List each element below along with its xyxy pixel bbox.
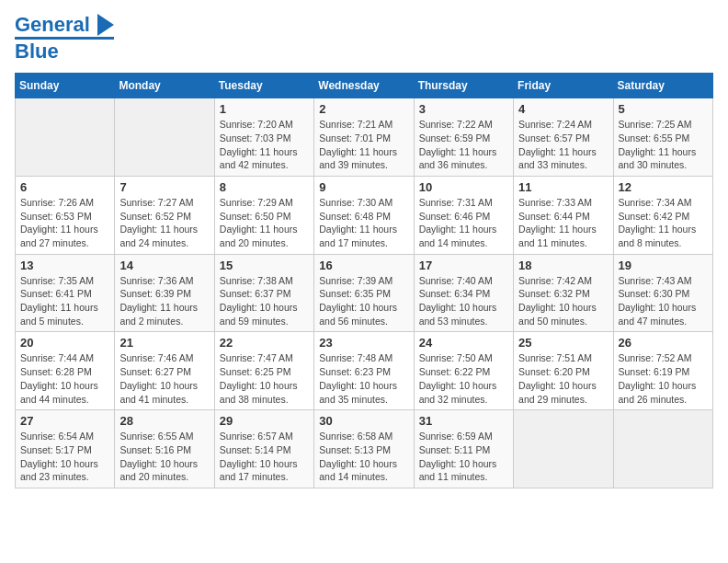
day-detail: Sunrise: 7:50 AM Sunset: 6:22 PM Dayligh… bbox=[419, 351, 508, 406]
day-detail: Sunrise: 7:47 AM Sunset: 6:25 PM Dayligh… bbox=[220, 351, 309, 406]
calendar-cell bbox=[16, 98, 115, 177]
day-detail: Sunrise: 7:29 AM Sunset: 6:50 PM Dayligh… bbox=[220, 196, 309, 250]
day-number: 8 bbox=[220, 180, 309, 194]
calendar-cell: 15Sunrise: 7:38 AM Sunset: 6:37 PM Dayli… bbox=[214, 254, 313, 332]
day-number: 24 bbox=[419, 336, 508, 350]
logo-blue: Blue bbox=[15, 40, 59, 63]
calendar-cell: 29Sunrise: 6:57 AM Sunset: 5:14 PM Dayli… bbox=[214, 410, 313, 488]
day-header-friday: Friday bbox=[514, 74, 613, 98]
calendar-cell: 4Sunrise: 7:24 AM Sunset: 6:57 PM Daylig… bbox=[514, 98, 613, 177]
day-number: 9 bbox=[319, 180, 408, 194]
day-number: 20 bbox=[20, 336, 109, 350]
day-number: 21 bbox=[119, 336, 209, 350]
day-header-thursday: Thursday bbox=[414, 74, 513, 98]
day-number: 7 bbox=[119, 180, 209, 194]
day-number: 22 bbox=[220, 336, 309, 350]
day-number: 11 bbox=[518, 180, 608, 194]
calendar-cell: 20Sunrise: 7:44 AM Sunset: 6:28 PM Dayli… bbox=[16, 332, 115, 410]
day-detail: Sunrise: 6:54 AM Sunset: 5:17 PM Dayligh… bbox=[20, 430, 109, 484]
logo: General Blue bbox=[15, 15, 114, 63]
day-number: 17 bbox=[419, 259, 508, 272]
calendar-cell: 13Sunrise: 7:35 AM Sunset: 6:41 PM Dayli… bbox=[16, 254, 115, 332]
day-header-sunday: Sunday bbox=[16, 74, 115, 98]
calendar-week-row: 6Sunrise: 7:26 AM Sunset: 6:53 PM Daylig… bbox=[16, 176, 713, 254]
calendar-cell: 26Sunrise: 7:52 AM Sunset: 6:19 PM Dayli… bbox=[613, 332, 712, 410]
calendar-week-row: 13Sunrise: 7:35 AM Sunset: 6:41 PM Dayli… bbox=[16, 254, 713, 332]
calendar-cell: 31Sunrise: 6:59 AM Sunset: 5:11 PM Dayli… bbox=[414, 410, 513, 488]
calendar-cell: 7Sunrise: 7:27 AM Sunset: 6:52 PM Daylig… bbox=[115, 176, 214, 254]
day-detail: Sunrise: 7:48 AM Sunset: 6:23 PM Dayligh… bbox=[319, 351, 408, 406]
calendar-cell: 22Sunrise: 7:47 AM Sunset: 6:25 PM Dayli… bbox=[214, 332, 313, 410]
day-detail: Sunrise: 7:52 AM Sunset: 6:19 PM Dayligh… bbox=[619, 351, 708, 406]
calendar-cell: 5Sunrise: 7:25 AM Sunset: 6:55 PM Daylig… bbox=[613, 98, 712, 177]
day-detail: Sunrise: 7:38 AM Sunset: 6:37 PM Dayligh… bbox=[220, 274, 309, 328]
day-detail: Sunrise: 6:59 AM Sunset: 5:11 PM Dayligh… bbox=[419, 430, 508, 484]
day-number: 15 bbox=[220, 259, 309, 272]
day-detail: Sunrise: 7:30 AM Sunset: 6:48 PM Dayligh… bbox=[319, 196, 408, 250]
day-detail: Sunrise: 7:33 AM Sunset: 6:44 PM Dayligh… bbox=[518, 196, 608, 250]
calendar-cell: 10Sunrise: 7:31 AM Sunset: 6:46 PM Dayli… bbox=[414, 176, 513, 254]
calendar-table: SundayMondayTuesdayWednesdayThursdayFrid… bbox=[15, 73, 713, 488]
day-header-monday: Monday bbox=[115, 74, 214, 98]
day-number: 4 bbox=[518, 102, 608, 116]
calendar-cell: 8Sunrise: 7:29 AM Sunset: 6:50 PM Daylig… bbox=[214, 176, 313, 254]
calendar-cell: 2Sunrise: 7:21 AM Sunset: 7:01 PM Daylig… bbox=[314, 98, 414, 177]
calendar-cell: 23Sunrise: 7:48 AM Sunset: 6:23 PM Dayli… bbox=[314, 332, 414, 410]
day-detail: Sunrise: 7:42 AM Sunset: 6:32 PM Dayligh… bbox=[518, 274, 608, 328]
calendar-cell: 11Sunrise: 7:33 AM Sunset: 6:44 PM Dayli… bbox=[514, 176, 613, 254]
day-number: 18 bbox=[518, 259, 608, 272]
day-number: 26 bbox=[619, 336, 708, 350]
calendar-cell: 30Sunrise: 6:58 AM Sunset: 5:13 PM Dayli… bbox=[314, 410, 414, 488]
day-number: 30 bbox=[319, 414, 408, 428]
day-detail: Sunrise: 7:24 AM Sunset: 6:57 PM Dayligh… bbox=[518, 118, 608, 172]
day-header-tuesday: Tuesday bbox=[214, 74, 313, 98]
calendar-cell: 28Sunrise: 6:55 AM Sunset: 5:16 PM Dayli… bbox=[115, 410, 214, 488]
calendar-cell: 25Sunrise: 7:51 AM Sunset: 6:20 PM Dayli… bbox=[514, 332, 613, 410]
day-detail: Sunrise: 7:26 AM Sunset: 6:53 PM Dayligh… bbox=[20, 196, 109, 250]
day-detail: Sunrise: 6:57 AM Sunset: 5:14 PM Dayligh… bbox=[220, 430, 309, 484]
day-number: 5 bbox=[619, 102, 708, 116]
day-detail: Sunrise: 7:51 AM Sunset: 6:20 PM Dayligh… bbox=[518, 351, 608, 406]
day-number: 13 bbox=[20, 259, 109, 272]
calendar-cell bbox=[613, 410, 712, 488]
calendar-cell: 19Sunrise: 7:43 AM Sunset: 6:30 PM Dayli… bbox=[613, 254, 712, 332]
day-detail: Sunrise: 7:36 AM Sunset: 6:39 PM Dayligh… bbox=[119, 274, 209, 328]
calendar-week-row: 1Sunrise: 7:20 AM Sunset: 7:03 PM Daylig… bbox=[16, 98, 713, 177]
day-detail: Sunrise: 7:21 AM Sunset: 7:01 PM Dayligh… bbox=[319, 118, 408, 172]
calendar-week-row: 20Sunrise: 7:44 AM Sunset: 6:28 PM Dayli… bbox=[16, 332, 713, 410]
day-detail: Sunrise: 6:58 AM Sunset: 5:13 PM Dayligh… bbox=[319, 430, 408, 484]
day-header-wednesday: Wednesday bbox=[314, 74, 414, 98]
day-number: 6 bbox=[20, 180, 109, 194]
day-number: 3 bbox=[419, 102, 508, 116]
day-detail: Sunrise: 7:35 AM Sunset: 6:41 PM Dayligh… bbox=[20, 274, 109, 328]
day-detail: Sunrise: 7:31 AM Sunset: 6:46 PM Dayligh… bbox=[419, 196, 508, 250]
day-number: 2 bbox=[319, 102, 408, 116]
day-detail: Sunrise: 7:44 AM Sunset: 6:28 PM Dayligh… bbox=[20, 351, 109, 406]
day-detail: Sunrise: 7:20 AM Sunset: 7:03 PM Dayligh… bbox=[220, 118, 309, 172]
calendar-cell: 18Sunrise: 7:42 AM Sunset: 6:32 PM Dayli… bbox=[514, 254, 613, 332]
day-number: 12 bbox=[619, 180, 708, 194]
calendar-cell: 3Sunrise: 7:22 AM Sunset: 6:59 PM Daylig… bbox=[414, 98, 513, 177]
day-number: 16 bbox=[319, 259, 408, 272]
day-detail: Sunrise: 7:22 AM Sunset: 6:59 PM Dayligh… bbox=[419, 118, 508, 172]
page-header: General Blue bbox=[15, 15, 713, 63]
calendar-cell: 14Sunrise: 7:36 AM Sunset: 6:39 PM Dayli… bbox=[115, 254, 214, 332]
day-detail: Sunrise: 6:55 AM Sunset: 5:16 PM Dayligh… bbox=[119, 430, 209, 484]
day-number: 28 bbox=[119, 414, 209, 428]
calendar-cell: 9Sunrise: 7:30 AM Sunset: 6:48 PM Daylig… bbox=[314, 176, 414, 254]
day-number: 19 bbox=[619, 259, 708, 272]
day-detail: Sunrise: 7:43 AM Sunset: 6:30 PM Dayligh… bbox=[619, 274, 708, 328]
day-detail: Sunrise: 7:27 AM Sunset: 6:52 PM Dayligh… bbox=[119, 196, 209, 250]
calendar-header-row: SundayMondayTuesdayWednesdayThursdayFrid… bbox=[16, 74, 713, 98]
day-detail: Sunrise: 7:34 AM Sunset: 6:42 PM Dayligh… bbox=[619, 196, 708, 250]
day-number: 1 bbox=[220, 102, 309, 116]
day-detail: Sunrise: 7:25 AM Sunset: 6:55 PM Dayligh… bbox=[619, 118, 708, 172]
day-number: 27 bbox=[20, 414, 109, 428]
day-header-saturday: Saturday bbox=[613, 74, 712, 98]
day-detail: Sunrise: 7:39 AM Sunset: 6:35 PM Dayligh… bbox=[319, 274, 408, 328]
day-detail: Sunrise: 7:40 AM Sunset: 6:34 PM Dayligh… bbox=[419, 274, 508, 328]
day-number: 14 bbox=[119, 259, 209, 272]
calendar-cell: 16Sunrise: 7:39 AM Sunset: 6:35 PM Dayli… bbox=[314, 254, 414, 332]
calendar-cell: 12Sunrise: 7:34 AM Sunset: 6:42 PM Dayli… bbox=[613, 176, 712, 254]
calendar-cell: 17Sunrise: 7:40 AM Sunset: 6:34 PM Dayli… bbox=[414, 254, 513, 332]
